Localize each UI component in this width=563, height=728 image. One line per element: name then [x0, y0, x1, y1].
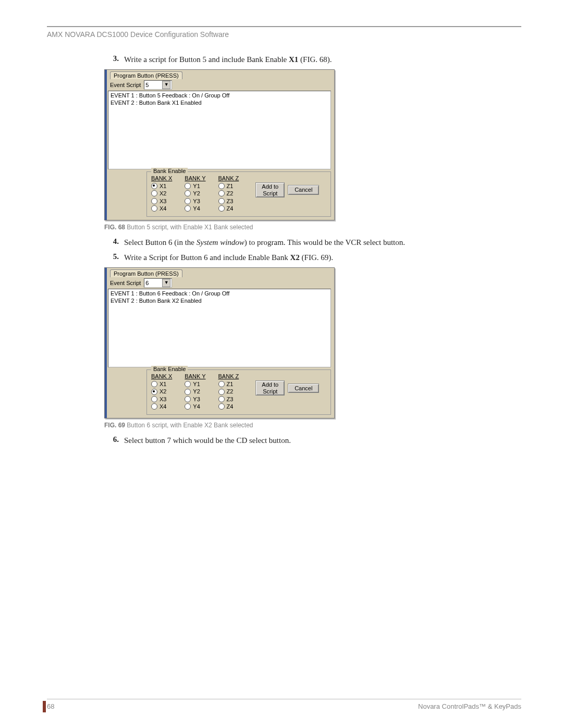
radio-y4[interactable]: Y4: [185, 403, 205, 410]
bank-z-column: BANK Z Z1 Z2 Z3 Z4: [218, 175, 239, 212]
radio-y3[interactable]: Y3: [185, 198, 205, 205]
radio-label: X2: [160, 190, 166, 197]
cancel-button[interactable]: Cancel: [288, 384, 319, 393]
add-to-script-button[interactable]: Add to Script: [255, 182, 285, 198]
event-script-label: Event Script: [110, 280, 141, 286]
event-script-select[interactable]: 6 ▼: [144, 278, 172, 288]
radio-icon: [218, 381, 225, 387]
tab-program-button[interactable]: Program Button (PRESS): [110, 269, 182, 277]
radio-x1[interactable]: X1: [151, 380, 172, 388]
chevron-down-icon[interactable]: ▼: [162, 279, 170, 287]
radio-icon: [218, 198, 225, 204]
window-accent-bar: [105, 70, 107, 220]
text: (FIG. 69).: [300, 253, 333, 262]
step-6: 6. Select button 7 which would be the CD…: [104, 435, 516, 446]
radio-label: Z2: [227, 190, 234, 197]
radio-x1[interactable]: X1: [151, 182, 172, 190]
radio-x3[interactable]: X3: [151, 396, 172, 403]
radio-y1[interactable]: Y1: [185, 182, 205, 190]
radio-z2[interactable]: Z2: [218, 388, 239, 395]
event-row: EVENT 2 : Button Bank X2 Enabled: [111, 298, 328, 305]
step-text: Write a script for Button 5 and include …: [124, 54, 516, 65]
radio-z2[interactable]: Z2: [218, 190, 239, 197]
tab-program-button[interactable]: Program Button (PRESS): [110, 71, 182, 79]
radio-z4[interactable]: Z4: [218, 403, 239, 410]
step-4: 4. Select Button 6 (in the System window…: [104, 237, 516, 248]
radio-y3[interactable]: Y3: [185, 396, 205, 403]
bank-y-column: BANK Y Y1 Y2 Y3 Y4: [185, 373, 205, 410]
radio-x4[interactable]: X4: [151, 403, 172, 410]
radio-z1[interactable]: Z1: [218, 182, 239, 190]
radio-label: Y2: [193, 388, 200, 395]
radio-y2[interactable]: Y2: [185, 388, 205, 395]
radio-icon: [151, 381, 157, 387]
radio-label: Z3: [227, 396, 234, 403]
radio-x4[interactable]: X4: [151, 205, 172, 212]
bank-enable-group: Bank Enable BANK X X1 X2 X3 X4 BANK Y Y1…: [146, 369, 331, 415]
event-script-row: Event Script 5 ▼: [105, 79, 334, 91]
add-to-script-button[interactable]: Add to Script: [255, 380, 285, 396]
radio-icon: [151, 190, 157, 196]
radio-label: X1: [160, 380, 166, 388]
bank-enable-legend: Bank Enable: [151, 366, 188, 372]
radio-label: Z4: [227, 205, 234, 212]
bank-y-header: BANK Y: [185, 373, 205, 379]
radio-x2[interactable]: X2: [151, 388, 172, 395]
event-script-select[interactable]: 5 ▼: [144, 80, 172, 90]
event-script-label: Event Script: [110, 82, 141, 88]
radio-icon: [185, 396, 191, 402]
fig69-caption: FIG. 69 Button 6 script, with Enable X2 …: [104, 422, 516, 429]
radio-x2[interactable]: X2: [151, 190, 172, 197]
program-button-window-fig69: Program Button (PRESS) Event Script 6 ▼ …: [104, 267, 335, 418]
step-text: Select button 7 which would be the CD se…: [124, 435, 516, 446]
chevron-down-icon[interactable]: ▼: [162, 81, 170, 89]
radio-label: X3: [160, 198, 166, 205]
event-row: EVENT 1 : Button 5 Feedback : On / Group…: [111, 92, 328, 100]
event-list[interactable]: EVENT 1 : Button 6 Feedback : On / Group…: [108, 289, 331, 367]
page-footer: 68 Novara ControlPads™ & KeyPads: [47, 699, 521, 710]
radio-label: Y1: [193, 380, 200, 388]
radio-label: Z1: [227, 182, 234, 190]
event-script-row: Event Script 6 ▼: [105, 277, 334, 289]
radio-y1[interactable]: Y1: [185, 380, 205, 388]
radio-icon: [218, 183, 225, 189]
bank-x-header: BANK X: [151, 175, 172, 181]
radio-x3[interactable]: X3: [151, 198, 172, 205]
step-number: 4.: [104, 237, 124, 248]
radio-icon: [151, 389, 157, 395]
event-row: EVENT 2 : Button Bank X1 Enabled: [111, 100, 328, 107]
radio-icon: [218, 205, 225, 212]
step-3: 3. Write a script for Button 5 and inclu…: [104, 54, 516, 65]
bank-z-header: BANK Z: [218, 175, 239, 181]
radio-icon: [151, 403, 157, 410]
tab-strip: Program Button (PRESS): [105, 268, 334, 277]
radio-z3[interactable]: Z3: [218, 396, 239, 403]
step-text: Select Button 6 (in the System window) t…: [124, 237, 516, 248]
step-5: 5. Write a Script for Button 6 and inclu…: [104, 252, 516, 263]
cancel-button[interactable]: Cancel: [288, 185, 319, 195]
text: Select Button 6 (in the: [124, 238, 197, 246]
bank-enable-group: Bank Enable BANK X X1 X2 X3 X4 BANK Y Y1…: [146, 171, 331, 217]
radio-label: Z2: [227, 388, 234, 395]
radio-y4[interactable]: Y4: [185, 205, 205, 212]
radio-z3[interactable]: Z3: [218, 198, 239, 205]
radio-icon: [185, 183, 191, 189]
bank-x-header: BANK X: [151, 373, 172, 379]
text-bold: X2: [290, 253, 299, 262]
header-rule: [47, 26, 521, 27]
text: ) to program. This would be the VCR sele…: [244, 238, 405, 246]
radio-label: Z3: [227, 198, 234, 205]
radio-icon: [151, 183, 157, 189]
radio-icon: [218, 403, 225, 410]
radio-label: X3: [160, 396, 166, 403]
radio-label: Y2: [193, 190, 200, 197]
event-list[interactable]: EVENT 1 : Button 5 Feedback : On / Group…: [108, 91, 331, 169]
radio-z1[interactable]: Z1: [218, 380, 239, 388]
radio-z4[interactable]: Z4: [218, 205, 239, 212]
header-title: AMX NOVARA DCS1000 Device Configuration …: [47, 30, 521, 39]
bank-x-column: BANK X X1 X2 X3 X4: [151, 373, 172, 410]
bank-z-column: BANK Z Z1 Z2 Z3 Z4: [218, 373, 239, 410]
radio-y2[interactable]: Y2: [185, 190, 205, 197]
radio-icon: [151, 198, 157, 204]
radio-icon: [218, 190, 225, 196]
